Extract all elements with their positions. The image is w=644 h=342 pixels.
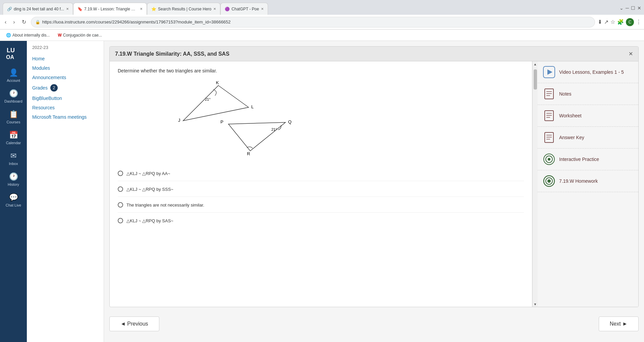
close-window-button[interactable]: ✕ <box>637 5 641 11</box>
courses-label: Courses <box>7 120 20 124</box>
tab-4-close[interactable]: ✕ <box>261 7 264 11</box>
svg-text:L: L <box>251 104 254 109</box>
bookmark-2-icon: W <box>58 33 61 38</box>
app-logo: LU OA <box>5 45 22 62</box>
previous-button[interactable]: ◄ Previous <box>109 317 159 331</box>
download-icon[interactable]: ⬇ <box>598 19 602 25</box>
tab-3-favicon: ⭐ <box>151 7 156 11</box>
calendar-label: Calendar <box>6 141 21 145</box>
radio-a[interactable] <box>118 171 123 176</box>
history-icon: 🕐 <box>9 172 18 181</box>
svg-text:K: K <box>216 80 219 85</box>
answer-key-icon <box>543 131 555 144</box>
next-button[interactable]: Next ► <box>599 317 639 331</box>
sidebar-item-dashboard[interactable]: 🕐 Dashboard <box>0 86 27 107</box>
sidebar-item-inbox[interactable]: ✉ Inbox <box>0 148 27 169</box>
notes-icon <box>543 88 555 100</box>
homework-icon <box>543 175 555 187</box>
tab-4[interactable]: 🟣 ChatGPT - Poe ✕ <box>220 3 268 15</box>
sidebar-item-chat-live[interactable]: 💬 Chat Live <box>0 190 27 211</box>
address-bar-row: ‹ › ↻ 🔒 https://luoa.instructure.com/cou… <box>0 15 644 30</box>
maximize-button[interactable]: ☐ <box>631 5 635 11</box>
answer-text-d: △KLJ ~ △RPQ by SAS~ <box>126 218 173 223</box>
interactive-label: Interactive Practice <box>559 157 599 162</box>
scrollbar[interactable]: ▲ ▼ <box>532 61 538 307</box>
sidebar-item-courses[interactable]: 📋 Courses <box>0 107 27 127</box>
sidebar-item-calendar[interactable]: 📅 Calendar <box>0 127 27 148</box>
assignment-title: 7.19.W Triangle Similarity: AA, SSS, and… <box>115 51 229 57</box>
account-icon: 👤 <box>9 68 18 77</box>
bookmark-2[interactable]: W Conjugación de cae... <box>56 32 104 38</box>
forward-button[interactable]: › <box>11 18 17 26</box>
tab-2-favicon: 🔖 <box>77 7 82 11</box>
minimize-button[interactable]: ─ <box>626 5 629 11</box>
svg-rect-23 <box>545 132 553 142</box>
diagram-container: K L J 21° P Q R <box>124 79 524 164</box>
sidebar-item-video[interactable]: Video Lessons, Examples 1 - 5 <box>538 61 638 83</box>
sidebar-item-worksheet[interactable]: Worksheet <box>538 105 638 127</box>
account-label: Account <box>7 78 20 82</box>
tab-2[interactable]: 🔖 7.19.W - Lesson: Triangle Similari... … <box>73 3 147 15</box>
course-link-bigbluebutton[interactable]: BigBlueButton <box>32 94 98 103</box>
course-link-home[interactable]: Home <box>32 54 98 63</box>
svg-rect-15 <box>545 89 553 99</box>
course-link-grades[interactable]: Grades 2 <box>32 82 98 94</box>
right-sidebar: Video Lessons, Examples 1 - 5 <box>538 61 638 307</box>
grades-label: Grades <box>32 85 48 91</box>
tab-bar: 🔗 ding is 24 feet tall and 40 f... ✕ 🔖 7… <box>0 0 644 15</box>
tab-4-favicon: 🟣 <box>225 7 229 11</box>
tab-3-close[interactable]: ✕ <box>213 7 216 11</box>
sidebar-item-history[interactable]: 🕐 History <box>0 169 27 190</box>
scroll-up-arrow[interactable]: ▲ <box>533 61 538 67</box>
share-icon[interactable]: ↗ <box>604 19 608 25</box>
svg-point-29 <box>548 158 550 161</box>
answer-choice-d[interactable]: △KLJ ~ △RPQ by SAS~ <box>118 218 524 228</box>
scrollbar-thumb[interactable] <box>534 69 537 90</box>
tab-3[interactable]: ⭐ Search Results | Course Hero ✕ <box>147 3 220 15</box>
profile-icon[interactable]: C <box>626 18 634 26</box>
answer-choice-c[interactable]: The triangles are not necessarily simila… <box>118 202 524 213</box>
tab-list-button[interactable]: ⌄ <box>620 5 624 11</box>
course-sidebar: 2022-23 Home Modules Announcements Grade… <box>27 41 104 342</box>
tab-1-title: ding is 24 feet tall and 40 f... <box>14 7 64 11</box>
bookmark-1[interactable]: 🌐 About internally dis... <box>4 32 52 38</box>
courses-icon: 📋 <box>9 110 18 119</box>
bookmark-1-label: About internally dis... <box>12 33 50 38</box>
radio-d[interactable] <box>118 218 123 223</box>
chat-live-icon: 💬 <box>9 193 18 202</box>
radio-b[interactable] <box>118 186 123 192</box>
dashboard-label: Dashboard <box>4 99 22 103</box>
bookmark-icon[interactable]: ☆ <box>610 19 615 25</box>
bookmark-2-label: Conjugación de cae... <box>63 33 102 38</box>
address-bar[interactable]: 🔒 https://luoa.instructure.com/courses/2… <box>31 17 595 27</box>
tab-1-close[interactable]: ✕ <box>66 7 69 11</box>
tab-1[interactable]: 🔗 ding is 24 feet tall and 40 f... ✕ <box>3 3 73 15</box>
answer-text-a: △KLJ ~ △RPQ by AA~ <box>126 171 170 176</box>
back-button[interactable]: ‹ <box>3 18 8 26</box>
answer-choices: △KLJ ~ △RPQ by AA~ △KLJ ~ △RPQ by SSS~ T… <box>118 171 524 228</box>
scroll-down-arrow[interactable]: ▼ <box>533 301 538 307</box>
svg-marker-14 <box>547 69 552 75</box>
radio-c[interactable] <box>118 202 123 208</box>
course-link-announcements[interactable]: Announcements <box>32 73 98 82</box>
sidebar-item-notes[interactable]: Notes <box>538 83 638 105</box>
chat-live-label: Chat Live <box>6 203 21 207</box>
menu-icon[interactable]: ⋮ <box>636 19 641 25</box>
answer-choice-a[interactable]: △KLJ ~ △RPQ by AA~ <box>118 171 524 181</box>
history-label: History <box>8 182 19 186</box>
course-link-resources[interactable]: Resources <box>32 103 98 112</box>
sidebar-item-homework[interactable]: 7.19.W Homework <box>538 170 638 192</box>
answer-choice-b[interactable]: △KLJ ~ △RPQ by SSS~ <box>118 186 524 197</box>
lock-icon: 🔒 <box>35 20 40 24</box>
extensions-icon[interactable]: 🧩 <box>617 19 624 25</box>
svg-text:P: P <box>220 119 223 124</box>
tab-2-close[interactable]: ✕ <box>140 7 143 11</box>
sidebar-item-account[interactable]: 👤 Account <box>0 65 27 86</box>
sidebar-item-answer-key[interactable]: Answer Key <box>538 127 638 149</box>
sidebar-item-interactive[interactable]: Interactive Practice <box>538 149 638 170</box>
course-link-microsoft-teams[interactable]: Microsoft Teams meetings <box>32 112 98 122</box>
homework-label: 7.19.W Homework <box>559 178 598 184</box>
assignment-close-button[interactable]: ✕ <box>629 51 633 57</box>
course-link-modules[interactable]: Modules <box>32 63 98 73</box>
reload-button[interactable]: ↻ <box>20 17 28 26</box>
